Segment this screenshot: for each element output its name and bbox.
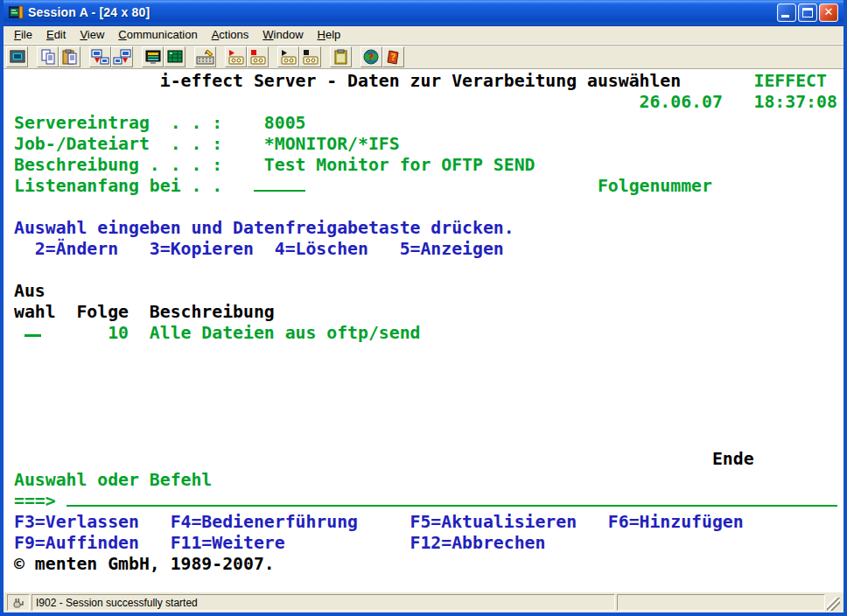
receive-file-icon bbox=[113, 49, 131, 66]
terminal-text: F4=Bedienerführung bbox=[171, 512, 358, 533]
terminal-text: © menten GmbH, 1989-2007. bbox=[14, 554, 275, 575]
receive-file-button[interactable] bbox=[111, 46, 133, 67]
keyboard-setup-button[interactable] bbox=[194, 46, 216, 67]
title-bar: Session A - [24 x 80] ✕ bbox=[4, 0, 844, 26]
close-button[interactable]: ✕ bbox=[819, 4, 838, 22]
record-macro-button[interactable] bbox=[225, 46, 247, 67]
connection-plug-icon bbox=[12, 597, 24, 609]
terminal-text: i-effect Server - Daten zur Verarbeitung… bbox=[160, 71, 681, 92]
terminal-text: 2=Ändern bbox=[35, 239, 118, 260]
terminal-text: Test Monitor for OFTP SEND bbox=[264, 155, 536, 176]
maximize-button[interactable] bbox=[798, 4, 817, 22]
help-button[interactable]: ? bbox=[382, 46, 404, 67]
web-help-button[interactable]: ? bbox=[360, 46, 382, 67]
status-bar: I902 - Session successfully started bbox=[4, 592, 844, 612]
window-title: Session A - [24 x 80] bbox=[28, 5, 777, 19]
keyboard-setup-icon bbox=[196, 49, 214, 66]
application-window: Session A - [24 x 80] ✕ FileEditViewComm… bbox=[0, 0, 847, 616]
session-window-icon bbox=[9, 49, 26, 65]
menu-bar: FileEditViewCommunicationActionsWindowHe… bbox=[4, 26, 844, 45]
clipboard-button[interactable] bbox=[330, 46, 352, 67]
clipboard-icon bbox=[333, 49, 349, 66]
terminal-text: F9=Auffinden bbox=[14, 533, 139, 554]
terminal-text: F12=Abbrechen bbox=[410, 533, 546, 554]
terminal-text: ===> bbox=[14, 491, 56, 512]
terminal-text: 18:37:08 bbox=[754, 92, 837, 113]
play-macro-icon bbox=[279, 49, 298, 66]
menu-actions[interactable]: Actions bbox=[205, 26, 256, 44]
color-setup-icon bbox=[166, 49, 184, 66]
stop-macro-button[interactable] bbox=[299, 46, 321, 67]
status-extra-panel bbox=[617, 594, 825, 611]
menu-edit[interactable]: Edit bbox=[39, 26, 73, 44]
terminal-text: 10 bbox=[108, 323, 129, 344]
stop-record-icon bbox=[248, 49, 267, 66]
minimize-icon bbox=[781, 15, 789, 18]
stop-record-button[interactable] bbox=[247, 46, 269, 67]
terminal-text: 3=Kopieren bbox=[150, 239, 254, 260]
record-macro-icon bbox=[227, 49, 245, 66]
terminal-text: F6=Hinzufügen bbox=[608, 512, 744, 533]
menu-file[interactable]: File bbox=[7, 26, 39, 44]
copy-icon bbox=[39, 49, 57, 66]
selection-input[interactable] bbox=[24, 323, 41, 337]
menu-view[interactable]: View bbox=[73, 26, 111, 44]
session-window-button[interactable] bbox=[6, 46, 28, 67]
terminal-text: IEFFECT bbox=[754, 71, 827, 92]
terminal-text: Aus bbox=[14, 281, 46, 302]
terminal-text: *MONITOR/*IFS bbox=[264, 134, 400, 155]
display-setup-icon bbox=[144, 49, 162, 66]
help-icon: ? bbox=[386, 49, 402, 66]
resize-grip[interactable] bbox=[827, 598, 840, 611]
send-file-icon bbox=[91, 49, 109, 66]
terminal-text: Folgenummer bbox=[598, 176, 712, 197]
terminal-text: Auswahl eingeben und Datenfreigabetaste … bbox=[14, 218, 514, 239]
connection-status-panel bbox=[7, 594, 30, 611]
terminal-text: Listenanfang bei . . bbox=[14, 176, 222, 197]
paste-icon bbox=[61, 49, 79, 66]
list-start-input[interactable] bbox=[254, 176, 306, 192]
menu-communication[interactable]: Communication bbox=[111, 26, 204, 44]
terminal-text: Ende bbox=[712, 449, 754, 470]
terminal-text: Servereintrag . . : bbox=[14, 113, 222, 134]
close-icon: ✕ bbox=[820, 5, 837, 18]
web-help-icon: ? bbox=[363, 49, 381, 66]
menu-help[interactable]: Help bbox=[311, 26, 348, 44]
color-setup-button[interactable] bbox=[164, 46, 186, 67]
terminal-text: Job-/Dateiart . . : bbox=[14, 134, 222, 155]
terminal-text: Auswahl oder Befehl bbox=[14, 470, 212, 491]
minimize-button[interactable] bbox=[777, 4, 796, 22]
send-file-button[interactable] bbox=[89, 46, 111, 67]
paste-button[interactable] bbox=[59, 46, 80, 67]
terminal-text: 26.06.07 bbox=[640, 92, 723, 113]
terminal-text: Alle Dateien aus oftp/send bbox=[150, 323, 421, 344]
terminal-text: F11=Weitere bbox=[171, 533, 285, 554]
play-macro-button[interactable] bbox=[277, 46, 299, 67]
terminal-text: 8005 bbox=[264, 113, 306, 134]
terminal-text: 5=Anzeigen bbox=[400, 239, 504, 260]
status-message: I902 - Session successfully started bbox=[32, 594, 615, 611]
terminal-text: F3=Verlassen bbox=[14, 512, 139, 533]
app-icon bbox=[9, 5, 24, 20]
terminal-screen[interactable]: i-effect Server - Daten zur Verarbeitung… bbox=[4, 69, 844, 592]
terminal-text: 4=Löschen bbox=[275, 239, 368, 260]
maximize-icon bbox=[802, 8, 813, 18]
display-setup-button[interactable] bbox=[142, 46, 164, 67]
svg-text:?: ? bbox=[368, 52, 373, 63]
copy-button[interactable] bbox=[37, 46, 59, 67]
terminal-text: wahl Folge Beschreibung bbox=[14, 302, 275, 323]
menu-window[interactable]: Window bbox=[256, 26, 310, 44]
svg-text:?: ? bbox=[390, 52, 396, 63]
command-input[interactable] bbox=[66, 491, 837, 507]
stop-macro-icon bbox=[301, 49, 319, 66]
terminal-text: F5=Aktualisieren bbox=[410, 512, 578, 533]
toolbar: ?? bbox=[4, 45, 844, 69]
terminal-text: Beschreibung . . . : bbox=[14, 155, 222, 176]
